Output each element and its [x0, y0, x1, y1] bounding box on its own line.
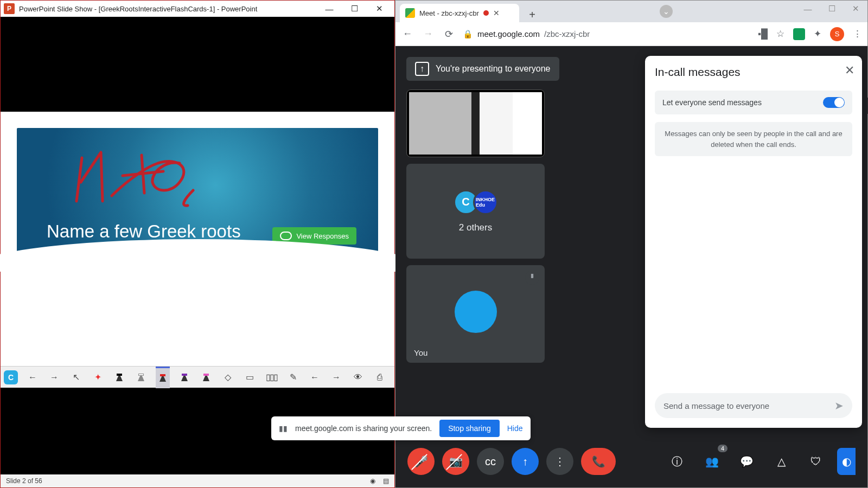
- reload-button[interactable]: ⟳: [442, 28, 455, 40]
- meeting-details-button[interactable]: ⓘ: [663, 448, 691, 475]
- pen-black[interactable]: [112, 370, 126, 384]
- extension-icon[interactable]: [793, 28, 805, 40]
- present-screen-icon: ↑: [415, 62, 429, 76]
- ppt-titlebar[interactable]: P PowerPoint Slide Show - [GreekRootsInt…: [1, 1, 394, 17]
- maximize-button[interactable]: ☐: [342, 1, 366, 17]
- export-tool[interactable]: ⎙: [373, 370, 387, 384]
- tab-search-button[interactable]: ⌄: [660, 5, 673, 18]
- chat-info: Messages can only be seen by people in t…: [655, 122, 852, 156]
- side-panel-button[interactable]: ◐: [837, 448, 856, 475]
- ink-annotation: [71, 142, 207, 214]
- pen-purple[interactable]: [177, 370, 192, 384]
- activities-button[interactable]: △: [768, 448, 795, 475]
- slide-area[interactable]: Name a few Greek roots View Responses: [1, 112, 394, 366]
- pause-share-icon[interactable]: ▮▮: [279, 424, 288, 433]
- classpoint-toolbar: C ← → ↖ ✦ ◇ ▭ ▯▯▯ ✎ ← → 👁 ⎙: [1, 366, 394, 388]
- back-button[interactable]: ←: [401, 28, 414, 40]
- present-button[interactable]: ↑: [512, 448, 539, 475]
- let-everyone-toggle[interactable]: [823, 97, 845, 108]
- url-domain: meet.google.com: [477, 29, 540, 38]
- extensions-menu-icon[interactable]: ✦: [814, 28, 821, 40]
- self-muted-icon: [525, 271, 539, 285]
- nav-right[interactable]: →: [329, 370, 343, 384]
- visibility-tool[interactable]: 👁: [351, 370, 365, 384]
- tab-title: Meet - zbc-xzxj-cbr: [419, 9, 479, 17]
- more-options-button[interactable]: ⋮: [546, 448, 573, 475]
- chrome-close[interactable]: ✕: [844, 1, 867, 17]
- let-everyone-label: Let everyone send messages: [662, 98, 762, 107]
- self-label: You: [414, 348, 427, 357]
- minimize-button[interactable]: —: [317, 1, 341, 17]
- chrome-maximize[interactable]: ☐: [820, 1, 844, 17]
- captions-button[interactable]: cc: [477, 448, 504, 475]
- others-tile[interactable]: C INKHOEEdu 2 others: [406, 164, 545, 259]
- presentation-tile[interactable]: [406, 89, 545, 157]
- stop-sharing-button[interactable]: Stop sharing: [439, 420, 500, 437]
- next-slide-button[interactable]: →: [47, 370, 61, 384]
- chat-button[interactable]: 💬: [733, 448, 760, 475]
- share-text: meet.google.com is sharing your screen.: [295, 424, 432, 433]
- avatar-2: INKHOEEdu: [473, 190, 498, 215]
- bookmark-icon[interactable]: ☆: [776, 28, 784, 40]
- nav-left[interactable]: ←: [308, 370, 322, 384]
- host-controls-button[interactable]: 🛡: [802, 448, 829, 475]
- tab-close-icon[interactable]: ✕: [493, 9, 500, 17]
- slide-canvas: Name a few Greek roots View Responses: [17, 128, 378, 255]
- close-button[interactable]: ✕: [367, 1, 391, 17]
- meet-favicon-icon: [405, 8, 415, 18]
- status-icon-1[interactable]: ◉: [370, 477, 375, 485]
- whiteboard-tool[interactable]: ✎: [286, 370, 300, 384]
- new-tab-button[interactable]: +: [525, 7, 540, 22]
- send-icon[interactable]: ➤: [834, 399, 844, 412]
- slideshow-black-top: [1, 17, 394, 112]
- people-button[interactable]: 👥4: [698, 448, 725, 475]
- prev-slide-button[interactable]: ←: [25, 370, 40, 384]
- lock-icon: 🔒: [463, 29, 473, 39]
- laser-tool[interactable]: ✦: [91, 370, 105, 384]
- avatar-group: C INKHOEEdu: [454, 190, 498, 215]
- eraser-tool[interactable]: ◇: [221, 370, 235, 384]
- recording-indicator-icon: [483, 10, 489, 16]
- chrome-menu-icon[interactable]: ⋮: [853, 28, 862, 40]
- self-avatar: [455, 291, 497, 333]
- presenting-text: You're presenting to everyone: [436, 64, 551, 74]
- pen-pink[interactable]: [199, 370, 213, 384]
- chat-input[interactable]: Send a message to everyone ➤: [655, 393, 852, 418]
- chat-panel: In-call messages ✕ Let everyone send mes…: [645, 56, 862, 428]
- cursor-tool[interactable]: ↖: [69, 370, 83, 384]
- browser-tab[interactable]: Meet - zbc-xzxj-cbr ✕: [400, 4, 519, 22]
- self-tile[interactable]: You: [406, 265, 545, 363]
- address-bar: ← → ⟳ 🔒 meet.google.com/zbc-xzxj-cbr ▪█ …: [395, 22, 867, 46]
- forward-button[interactable]: →: [422, 28, 435, 40]
- camera-indicator-icon[interactable]: ▪█: [758, 29, 768, 40]
- mic-button[interactable]: 🎤: [407, 448, 435, 475]
- ppt-statusbar: Slide 2 of 56 ◉ ▤: [1, 474, 394, 487]
- chat-placeholder: Send a message to everyone: [663, 401, 769, 410]
- hangup-button[interactable]: 📞: [581, 448, 616, 475]
- hide-share-button[interactable]: Hide: [507, 424, 523, 433]
- camera-button[interactable]: 📷: [442, 448, 469, 475]
- let-everyone-row: Let everyone send messages: [655, 91, 852, 114]
- others-label: 2 others: [459, 222, 492, 233]
- screen-share-bar: ▮▮ meet.google.com is sharing your scree…: [271, 416, 531, 440]
- slide-counter: Slide 2 of 56: [6, 477, 42, 485]
- pen-outline[interactable]: [134, 370, 148, 384]
- meet-control-bar: 🎤 📷 cc ↑ ⋮ 📞 ⓘ 👥4 💬 △ 🛡 ◐: [395, 445, 867, 478]
- status-icon-2[interactable]: ▤: [383, 477, 389, 485]
- profile-avatar[interactable]: S: [830, 27, 844, 41]
- chrome-window: Meet - zbc-xzxj-cbr ✕ + ⌄ — ☐ ✕ ← → ⟳ 🔒: [395, 0, 868, 488]
- presentation-thumbnail: [409, 92, 542, 155]
- chrome-minimize[interactable]: —: [796, 1, 820, 17]
- chrome-top: Meet - zbc-xzxj-cbr ✕ + ⌄ — ☐ ✕ ← → ⟳ 🔒: [395, 1, 867, 46]
- url-box[interactable]: 🔒 meet.google.com/zbc-xzxj-cbr: [463, 29, 750, 39]
- chat-close-icon[interactable]: ✕: [845, 63, 854, 78]
- presenting-banner: ↑ You're presenting to everyone: [406, 57, 559, 81]
- pen-red[interactable]: [156, 367, 170, 388]
- tab-strip: Meet - zbc-xzxj-cbr ✕ + ⌄ — ☐ ✕: [395, 1, 867, 22]
- poll-tool[interactable]: ▯▯▯: [264, 370, 278, 384]
- classpoint-button[interactable]: C: [4, 370, 18, 384]
- powerpoint-icon: P: [4, 3, 15, 14]
- people-count: 4: [718, 445, 727, 452]
- chat-title: In-call messages: [655, 66, 852, 79]
- present-tool[interactable]: ▭: [242, 370, 257, 384]
